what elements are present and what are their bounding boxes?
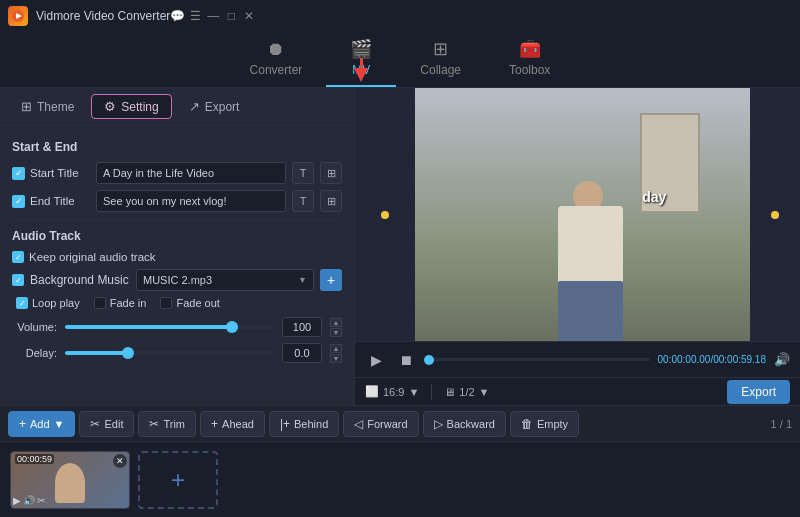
- left-panel: ⊞ Theme ⚙ Setting ↗ Export Start & End S…: [0, 88, 355, 405]
- export-button[interactable]: Export: [727, 380, 790, 404]
- tab-collage[interactable]: ⊞ Collage: [396, 32, 485, 87]
- arrow-head: [354, 68, 368, 82]
- tab-converter[interactable]: ⏺ Converter: [226, 33, 327, 87]
- volume-down-button[interactable]: ▼: [330, 328, 342, 337]
- sub-tab-theme[interactable]: ⊞ Theme: [8, 94, 87, 119]
- start-title-grid-button[interactable]: ⊞: [320, 162, 342, 184]
- sub-tab-export-label: Export: [205, 100, 240, 114]
- backward-icon: ▷: [434, 417, 443, 431]
- start-title-text-style-button[interactable]: T: [292, 162, 314, 184]
- forward-button[interactable]: ◁ Forward: [343, 411, 418, 437]
- maximize-button[interactable]: □: [224, 9, 238, 23]
- volume-icon[interactable]: 🔊: [774, 352, 790, 367]
- progress-thumb[interactable]: [424, 355, 434, 365]
- arrow-shaft: [360, 58, 363, 68]
- end-title-grid-button[interactable]: ⊞: [320, 190, 342, 212]
- clip-cut-icon[interactable]: ✂: [37, 495, 45, 506]
- tab-toolbox[interactable]: 🧰 Toolbox: [485, 32, 574, 87]
- progress-bar[interactable]: [425, 358, 650, 361]
- fade-in-checkbox[interactable]: [94, 297, 106, 309]
- loop-play-option[interactable]: Loop play: [16, 297, 80, 309]
- stop-button[interactable]: ⏹: [395, 349, 417, 371]
- add-clip-icon: +: [171, 466, 185, 494]
- clip-volume-icon[interactable]: 🔊: [23, 495, 35, 506]
- app-logo: [8, 6, 28, 26]
- bg-music-row: Background Music MUSIC 2.mp3 ▼ +: [12, 269, 342, 291]
- converter-icon: ⏺: [267, 39, 285, 60]
- delay-thumb[interactable]: [122, 347, 134, 359]
- behind-label: Behind: [294, 418, 328, 430]
- fade-out-label: Fade out: [176, 297, 219, 309]
- edit-button[interactable]: ✂ Edit: [79, 411, 134, 437]
- fade-out-checkbox[interactable]: [160, 297, 172, 309]
- fade-in-option[interactable]: Fade in: [94, 297, 147, 309]
- minimize-button[interactable]: —: [206, 9, 220, 23]
- volume-slider[interactable]: [65, 325, 274, 329]
- add-music-button[interactable]: +: [320, 269, 342, 291]
- bg-music-checkbox[interactable]: [12, 274, 24, 286]
- forward-label: Forward: [367, 418, 407, 430]
- close-button[interactable]: ✕: [242, 9, 256, 23]
- arrow-indicator: [354, 58, 368, 82]
- clip-play-icon[interactable]: ▶: [13, 495, 21, 506]
- aspect-ratio-value: 16:9: [383, 386, 404, 398]
- start-title-input[interactable]: [96, 162, 286, 184]
- setting-icon: ⚙: [104, 99, 116, 114]
- trim-label: Trim: [163, 418, 185, 430]
- start-title-checkbox[interactable]: [12, 167, 25, 180]
- sub-tab-export[interactable]: ↗ Export: [176, 94, 253, 119]
- loop-play-label: Loop play: [32, 297, 80, 309]
- audio-track-title: Audio Track: [12, 229, 342, 243]
- select-arrow-icon: ▼: [298, 275, 307, 285]
- person-silhouette: [543, 181, 643, 341]
- delay-down-button[interactable]: ▼: [330, 354, 342, 363]
- volume-fill: [65, 325, 232, 329]
- add-clip-button[interactable]: +: [138, 451, 218, 509]
- end-title-checkbox[interactable]: [12, 195, 25, 208]
- theme-icon: ⊞: [21, 99, 32, 114]
- bottom-toolbar: + Add ▼ ✂ Edit ✂ Trim + Ahead |+ Behind …: [0, 405, 800, 441]
- bg-music-select[interactable]: MUSIC 2.mp3 ▼: [136, 269, 314, 291]
- volume-label: Volume:: [12, 321, 57, 333]
- trim-button[interactable]: ✂ Trim: [138, 411, 196, 437]
- start-title-row: Start Title T ⊞: [12, 162, 342, 184]
- end-title-row: End Title T ⊞: [12, 190, 342, 212]
- delay-label: Delay:: [12, 347, 57, 359]
- collage-icon: ⊞: [433, 38, 448, 60]
- backward-label: Backward: [447, 418, 495, 430]
- add-button[interactable]: + Add ▼: [8, 411, 75, 437]
- end-title-label: End Title: [12, 195, 90, 208]
- aspect-ratio-control[interactable]: ⬜ 16:9 ▼: [365, 385, 419, 398]
- keep-original-checkbox[interactable]: [12, 251, 24, 263]
- ahead-button[interactable]: + Ahead: [200, 411, 265, 437]
- empty-button[interactable]: 🗑 Empty: [510, 411, 579, 437]
- behind-button[interactable]: |+ Behind: [269, 411, 339, 437]
- app-title: Vidmore Video Converter: [36, 9, 170, 23]
- clip-controls: ▶ 🔊 ✂: [13, 495, 45, 506]
- clip-remove-button[interactable]: ✕: [113, 454, 127, 468]
- left-dot-indicator: [381, 211, 389, 219]
- volume-thumb[interactable]: [226, 321, 238, 333]
- keep-original-row: Keep original audio track: [12, 251, 342, 263]
- quality-control[interactable]: 🖥 1/2 ▼: [444, 386, 489, 398]
- delay-spinners: ▲ ▼: [330, 344, 342, 363]
- delay-slider[interactable]: [65, 351, 274, 355]
- end-title-input[interactable]: [96, 190, 286, 212]
- end-title-text-style-button[interactable]: T: [292, 190, 314, 212]
- right-panel: day ▶ ⏹ 00:00:00.00/00:00:59.18 🔊 ⬜ 16:9: [355, 88, 800, 405]
- volume-up-button[interactable]: ▲: [330, 318, 342, 327]
- preview-video-area: day: [415, 88, 750, 341]
- add-icon: +: [19, 417, 26, 431]
- delay-up-button[interactable]: ▲: [330, 344, 342, 353]
- divider-1: [12, 220, 342, 221]
- menu-icon[interactable]: ☰: [188, 9, 202, 23]
- quality-arrow: ▼: [479, 386, 490, 398]
- sub-tab-setting[interactable]: ⚙ Setting: [91, 94, 171, 119]
- backward-button[interactable]: ▷ Backward: [423, 411, 506, 437]
- fade-out-option[interactable]: Fade out: [160, 297, 219, 309]
- delay-fill: [65, 351, 128, 355]
- play-button[interactable]: ▶: [365, 349, 387, 371]
- chat-icon[interactable]: 💬: [170, 9, 184, 23]
- ar-separator: [431, 384, 432, 400]
- loop-play-checkbox[interactable]: [16, 297, 28, 309]
